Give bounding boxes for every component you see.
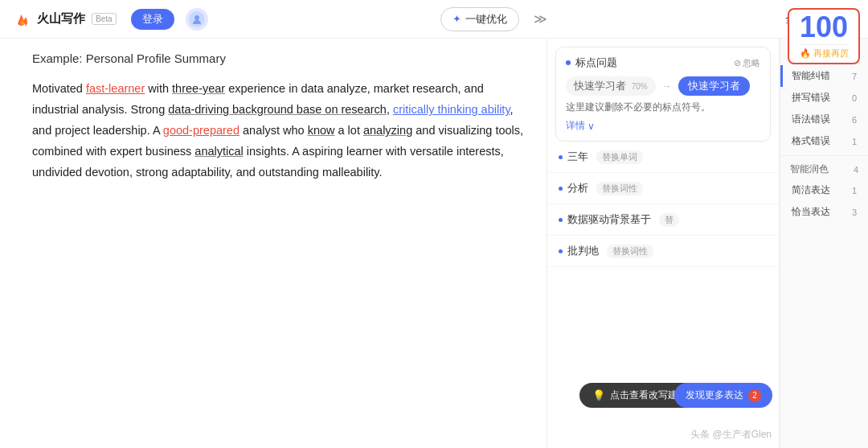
login-button[interactable]: 登录 <box>131 9 174 30</box>
link-thinking[interactable]: critically thinking ability <box>393 103 510 116</box>
main-layout: Example: Personal Profile Summary Motiva… <box>0 39 868 448</box>
mini-item-3[interactable]: 批判地 替换词性 <box>547 236 779 267</box>
score-number: 100 <box>800 13 848 42</box>
card-title-row: 标点问题 <box>566 55 617 70</box>
card-header: 标点问题 ⊘ 忽略 <box>566 55 760 70</box>
svg-point-1 <box>194 15 199 20</box>
doc-title: Example: Personal Profile Summary <box>32 51 527 65</box>
card-detail[interactable]: 详情 ∨ <box>566 119 760 133</box>
bulb-icon: 💡 <box>592 389 605 401</box>
mini-dot-2 <box>559 218 563 222</box>
watermark: 头条 @生产者Glen <box>690 428 772 442</box>
mini-item-0[interactable]: 三年 替换单词 <box>547 142 779 173</box>
score-box: 100 🔥 再接再厉 <box>788 8 860 64</box>
chevron-icon: ∨ <box>588 121 595 132</box>
avatar-button[interactable] <box>186 8 208 31</box>
right-panel: 全部建议 11 智能纠错 7 拼写错误 0 语法错误 6 格式错误 1 智能润色… <box>780 39 868 448</box>
right-item-smart-fix[interactable]: 智能纠错 7 <box>780 65 868 87</box>
divider-line <box>780 155 868 156</box>
link-analyzing[interactable]: analyzing <box>363 124 412 137</box>
right-item-format[interactable]: 格式错误 1 <box>780 130 868 152</box>
discover-button[interactable]: 发现更多表达 2 <box>674 383 772 408</box>
logo-area: 火山写作 Beta 登录 <box>13 8 208 31</box>
link-three-year[interactable]: three-year <box>172 82 225 95</box>
link-analytical[interactable]: analytical <box>194 145 243 158</box>
suggestion-card: 标点问题 ⊘ 忽略 快速学习者 70% → 快速学习者 这里建议删除不必要的标点… <box>555 47 771 142</box>
word-score: 70% <box>632 82 648 91</box>
word-new[interactable]: 快速学习者 <box>678 76 750 96</box>
mini-items-list: 三年 替换单词 分析 替换词性 数据驱动背景基于 替 批判地 替换词性 <box>547 142 779 267</box>
arrow-icon: → <box>662 80 672 92</box>
mini-text-1: 分析 <box>567 181 588 195</box>
fire-emoji: 🔥 <box>800 48 811 59</box>
mini-tag-2: 替 <box>659 213 679 227</box>
card-title: 标点问题 <box>575 55 617 70</box>
mini-dot-1 <box>559 187 563 191</box>
optimize-label: 一键优化 <box>465 12 507 27</box>
link-good-prepared[interactable]: good-prepared <box>163 124 240 137</box>
app-name: 火山写作 <box>37 11 85 27</box>
discover-count: 2 <box>748 389 761 402</box>
mini-text-2: 数据驱动背景基于 <box>567 212 651 227</box>
word-old: 快速学习者 70% <box>566 76 656 96</box>
card-desc: 这里建议删除不必要的标点符号。 <box>566 101 760 114</box>
more-button[interactable]: ≫ <box>529 8 552 30</box>
ignore-icon: ⊘ <box>734 58 741 68</box>
mini-tag-1: 替换词性 <box>596 182 643 195</box>
logo-icon <box>13 10 32 29</box>
nav-center: ✦ 一键优化 ≫ <box>208 7 785 31</box>
right-item-concise[interactable]: 简洁表达 1 <box>780 179 868 201</box>
link-fast-learner[interactable]: fast-learner <box>86 82 145 95</box>
mini-text-3: 批判地 <box>567 244 599 258</box>
mini-dot-0 <box>559 155 563 159</box>
ignore-button[interactable]: ⊘ 忽略 <box>734 57 760 69</box>
avatar-icon <box>189 11 205 27</box>
mini-tag-3: 替换词性 <box>607 245 653 258</box>
mini-tag-0: 替换单词 <box>596 150 643 164</box>
middle-panel: 标点问题 ⊘ 忽略 快速学习者 70% → 快速学习者 这里建议删除不必要的标点… <box>547 39 780 448</box>
word-compare: 快速学习者 70% → 快速学习者 <box>566 76 760 96</box>
right-item-grammar[interactable]: 语法错误 6 <box>780 109 868 130</box>
beta-badge: Beta <box>92 13 117 25</box>
score-label: 🔥 再接再厉 <box>800 47 849 60</box>
discover-label: 发现更多表达 <box>686 388 743 402</box>
right-item-spelling[interactable]: 拼写错误 0 <box>780 87 868 109</box>
top-nav: 火山写作 Beta 登录 ✦ 一键优化 ≫ 全部建议 11 <box>0 0 868 39</box>
right-section-polish: 智能润色 4 <box>780 159 868 179</box>
link-data-driving[interactable]: data-driving background base on research <box>168 103 387 116</box>
right-item-appropriate[interactable]: 恰当表达 3 <box>780 201 868 223</box>
mini-text-0: 三年 <box>567 150 588 164</box>
mini-item-2[interactable]: 数据驱动背景基于 替 <box>547 204 779 236</box>
star-icon: ✦ <box>452 13 461 25</box>
link-know[interactable]: know <box>308 124 335 137</box>
score-divider <box>800 44 848 45</box>
optimize-button[interactable]: ✦ 一键优化 <box>440 7 519 31</box>
mini-dot-3 <box>559 249 563 253</box>
mini-item-1[interactable]: 分析 替换词性 <box>547 173 779 204</box>
card-dot <box>566 60 571 65</box>
doc-body: Motivated fast-learner with three-year e… <box>32 78 527 183</box>
left-content: Example: Personal Profile Summary Motiva… <box>0 39 547 448</box>
